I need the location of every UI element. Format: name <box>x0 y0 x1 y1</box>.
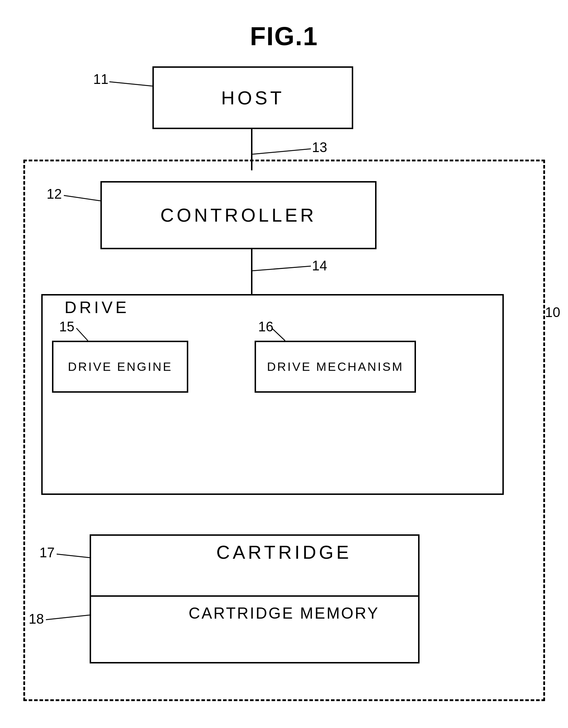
label-13: 13 <box>312 140 327 155</box>
drive-engine-label: DRIVE ENGINE <box>68 360 172 374</box>
label-10: 10 <box>545 305 560 320</box>
label-16: 16 <box>258 319 273 335</box>
cartridge-divider <box>90 595 420 597</box>
label-17: 17 <box>39 545 55 561</box>
label-12: 12 <box>47 186 62 202</box>
connector-controller-to-drive <box>251 249 252 294</box>
host-label: HOST <box>221 87 284 109</box>
svg-line-0 <box>109 82 152 86</box>
figure-title: FIG.1 <box>0 22 568 51</box>
drive-mechanism-label: DRIVE MECHANISM <box>267 360 403 374</box>
svg-line-1 <box>252 149 311 154</box>
host-box: HOST <box>152 66 353 129</box>
controller-box: CONTROLLER <box>100 181 377 249</box>
page: FIG.1 HOST 11 13 10 CONTROLLER 12 14 DRI… <box>0 0 568 728</box>
drive-engine-box: DRIVE ENGINE <box>52 341 188 393</box>
cartridge-label: CARTRIDGE <box>0 542 568 563</box>
drive-mechanism-box: DRIVE MECHANISM <box>255 341 416 393</box>
cartridge-memory-label: CARTRIDGE MEMORY <box>0 604 568 622</box>
label-18: 18 <box>29 611 44 627</box>
controller-label: CONTROLLER <box>160 204 316 226</box>
label-14: 14 <box>312 258 327 274</box>
drive-label: DRIVE <box>65 298 129 317</box>
label-11: 11 <box>93 72 108 87</box>
label-15: 15 <box>59 319 74 335</box>
